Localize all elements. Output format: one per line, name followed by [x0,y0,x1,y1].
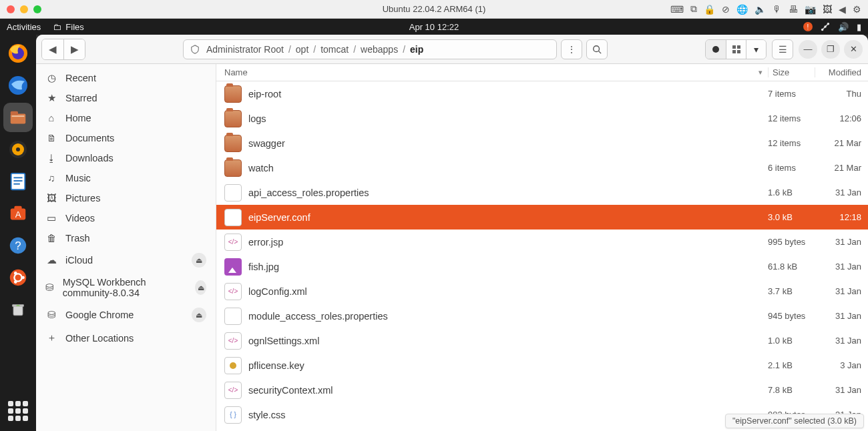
sidebar-item-label: MySQL Workbench community-8.0.34 [63,277,187,298]
mac-close-button[interactable] [7,5,15,13]
sidebar-item-google-chrome[interactable]: ⛁Google Chrome⏏ [36,303,216,327]
column-size[interactable]: Size [768,67,815,77]
back-icon[interactable]: ◀ [839,4,846,15]
file-rows[interactable]: eip-root7 itemsThulogs12 items12:06swagg… [216,81,868,431]
dock-files[interactable] [3,103,33,132]
crumb-opt[interactable]: opt [293,44,311,55]
disk-icon: ⛁ [45,282,55,293]
activities-button[interactable]: Activities [7,22,41,32]
no-entry-icon[interactable]: ⊘ [722,4,730,15]
file-row[interactable]: api_access_roles.properties1.6 kB31 Jan [216,180,868,205]
sidebar-item-videos[interactable]: ▭Videos [36,208,216,228]
current-app-indicator[interactable]: 🗀 Files [53,22,83,32]
dock-ubuntu-logo[interactable] [3,263,33,292]
disk-icon: ⛁ [45,310,57,320]
eject-icon[interactable]: ⏏ [195,280,206,295]
mac-minimize-button[interactable] [20,5,28,13]
folder-icon: 🗀 [53,22,61,32]
dock-show-apps[interactable] [3,396,33,426]
sidebar-item-other-locations[interactable]: ＋Other Locations [36,327,216,349]
dock-libreoffice-writer[interactable] [3,167,33,196]
file-list-area: Name ▾ Size Modified eip-root7 itemsThul… [216,64,868,431]
nav-forward-button[interactable]: ▶ [63,39,85,59]
sidebar-item-starred[interactable]: ★Starred [36,88,216,108]
sidebar-item-home[interactable]: ⌂Home [36,108,216,128]
column-name[interactable]: Name ▾ [224,67,768,77]
dock-firefox[interactable] [3,39,33,68]
crumb-tomcat[interactable]: tomcat [318,44,351,55]
file-row[interactable]: logConfig.xml3.7 kB31 Jan [216,279,868,304]
sidebar-item-label: Pictures [65,193,100,203]
dock-rhythmbox[interactable] [3,135,33,164]
column-modified[interactable]: Modified [815,67,868,77]
file-row[interactable]: swagger12 items21 Mar [216,131,868,155]
hamburger-menu-button[interactable]: ☰ [772,39,793,59]
crumb-root[interactable]: Administrator Root [204,44,286,55]
file-size: 7 items [768,89,815,99]
battery-icon[interactable]: ▮ [857,22,861,32]
sidebar-item-recent[interactable]: ◷Recent [36,68,216,88]
sidebar-item-pictures[interactable]: 🖼Pictures [36,188,216,208]
notification-badge[interactable]: ! [803,22,813,31]
sidebar-item-documents[interactable]: 🗎Documents [36,128,216,148]
settings-icon[interactable]: ⚙ [853,4,861,15]
dock-trash[interactable] [3,295,33,324]
crumb-webapps[interactable]: webapps [358,44,401,55]
file-icon [224,308,242,325]
clock[interactable]: Apr 10 12:22 [0,22,868,32]
svg-point-25 [14,280,17,284]
file-row[interactable]: watch6 items21 Mar [216,155,868,180]
file-row[interactable]: pflicense.key2.1 kB3 Jan [216,353,868,378]
printer-icon[interactable]: 🖶 [789,4,798,15]
path-menu-button[interactable]: ⋮ [561,39,582,59]
display-icon[interactable]: ⧉ [690,3,697,15]
file-row[interactable]: eipServer.conf3.0 kB12:18 [216,205,868,230]
folder-icon [224,85,242,103]
file-name: securityContext.xml [248,385,768,396]
keyboard-icon[interactable]: ⌨ [670,4,684,15]
globe-icon[interactable]: 🌐 [736,4,748,15]
sound-icon[interactable]: 🔈 [754,4,766,15]
mic-icon[interactable]: 🎙 [773,4,782,15]
file-row[interactable]: ognlSettings.xml1.0 kB31 Jan [216,328,868,353]
camera-icon[interactable]: 📷 [805,4,816,15]
file-row[interactable]: error.jsp995 bytes31 Jan [216,230,868,254]
view-grid-button[interactable] [726,40,746,59]
path-bar[interactable]: Administrator Root / opt / tomcat / weba… [183,39,557,59]
file-row[interactable]: module_access_roles.properties945 bytes3… [216,304,868,328]
crumb-current[interactable]: eip [407,44,426,55]
svg-rect-26 [13,306,23,316]
dock-ubuntu-software[interactable]: A [3,199,33,228]
lock-icon[interactable]: 🔒 [704,4,715,15]
sidebar-item-mysql-workbench-community-8-0-34[interactable]: ⛁MySQL Workbench community-8.0.34⏏ [36,272,216,303]
view-dropdown-button[interactable]: ▾ [746,40,766,59]
admin-root-icon [190,45,200,54]
gnome-top-bar: Activities 🗀 Files Apr 10 12:22 ! 🔊 ▮ [0,19,868,35]
network-icon[interactable] [821,22,830,31]
nav-back-button[interactable]: ◀ [42,39,63,59]
nav-buttons: ◀ ▶ [41,39,85,60]
sidebar-item-icloud[interactable]: ☁iCloud⏏ [36,248,216,272]
file-size: 3.7 kB [768,286,815,296]
search-button[interactable] [586,39,608,59]
window-close-button[interactable]: ✕ [844,40,863,59]
eject-icon[interactable]: ⏏ [192,253,206,268]
file-row[interactable]: fish.jpg61.8 kB31 Jan [216,254,868,279]
dock-help[interactable]: ? [3,231,33,260]
sidebar-item-music[interactable]: ♫Music [36,168,216,188]
file-row[interactable]: logs12 items12:06 [216,106,868,131]
current-app-label: Files [65,22,83,32]
window-minimize-button[interactable]: — [799,40,817,59]
file-row[interactable]: securityContext.xml7.8 kB31 Jan [216,378,868,402]
volume-icon[interactable]: 🔊 [838,22,849,32]
eject-icon[interactable]: ⏏ [192,308,206,322]
window-maximize-button[interactable]: ❐ [821,40,840,59]
sidebar-item-downloads[interactable]: ⭳Downloads [36,148,216,168]
picture-icon[interactable]: 🖼 [823,4,832,15]
file-modified: 31 Jan [815,262,868,272]
view-list-button[interactable] [706,40,726,59]
sidebar-item-trash[interactable]: 🗑Trash [36,228,216,248]
mac-zoom-button[interactable] [33,5,41,13]
dock-thunderbird[interactable] [3,71,33,100]
file-row[interactable]: eip-root7 itemsThu [216,81,868,106]
